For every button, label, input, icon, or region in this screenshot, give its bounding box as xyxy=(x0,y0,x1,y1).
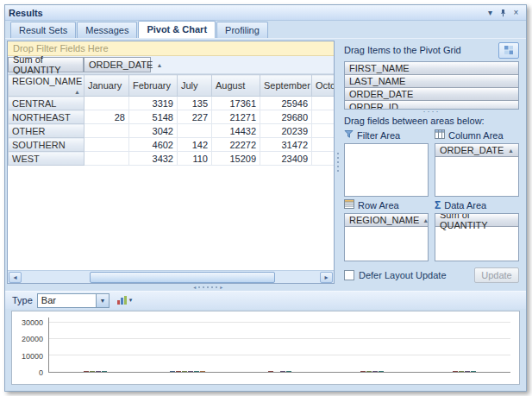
bar-february xyxy=(360,371,366,372)
filter-area-text: Filter Area xyxy=(357,130,400,141)
pivot-cell[interactable]: 135 xyxy=(178,97,212,110)
pivot-cell[interactable]: 31472 xyxy=(260,138,312,152)
scrollbar-thumb[interactable] xyxy=(90,272,275,283)
defer-checkbox[interactable] xyxy=(344,270,354,280)
pivot-cell[interactable]: 3432 xyxy=(129,152,178,166)
horizontal-scrollbar[interactable]: ◂ ▸ xyxy=(8,270,334,283)
pivot-cell[interactable] xyxy=(178,124,212,138)
combo-dropdown-icon[interactable]: ▼ xyxy=(96,294,109,307)
pivot-cell[interactable]: 29680 xyxy=(260,110,312,124)
update-button[interactable]: Update xyxy=(474,267,519,283)
pivot-cell[interactable] xyxy=(84,138,129,152)
pivot-field-panel: Drag Items to the Pivot Grid FIRST_NAMEL… xyxy=(341,41,524,284)
pivot-cell[interactable]: 110 xyxy=(178,152,212,166)
grid-icon xyxy=(504,45,514,57)
pivot-cell[interactable]: 20239 xyxy=(260,124,312,138)
data-field-button[interactable]: Sum of QUANTITY xyxy=(8,57,84,72)
field-list-item[interactable]: ORDER_DATE xyxy=(345,88,518,101)
row-area-field[interactable]: REGION_NAME ▲ xyxy=(345,214,428,227)
row-area-field-label: REGION_NAME xyxy=(349,215,419,225)
pivot-field-list[interactable]: FIRST_NAMELAST_NAMEORDER_DATEORDER_ID xyxy=(344,61,519,110)
pivot-cell[interactable] xyxy=(84,124,129,138)
pivot-cell[interactable]: 14432 xyxy=(212,124,260,138)
data-area-field[interactable]: Sum of QUANTITY xyxy=(435,214,518,227)
column-header[interactable]: September xyxy=(260,75,312,97)
row-area-box[interactable]: REGION_NAME ▲ xyxy=(344,213,429,261)
pivot-cell[interactable]: 28 xyxy=(84,110,129,124)
sigma-icon: Σ xyxy=(435,200,441,211)
sort-ascending-icon: ▲ xyxy=(74,89,80,95)
pivot-grid-button[interactable] xyxy=(498,42,519,59)
horizontal-splitter[interactable]: ◂▸ xyxy=(5,284,526,291)
pivot-cell[interactable] xyxy=(84,97,129,110)
row-header[interactable]: NORTHEAST xyxy=(9,110,84,124)
bar-group xyxy=(262,371,298,372)
splitter-grip-icon: ◂▸ xyxy=(172,285,244,290)
pivot-cell[interactable] xyxy=(84,152,129,166)
list-resize-grip[interactable]: ···· xyxy=(344,110,519,116)
row-field-header[interactable]: REGION_NAME▲ xyxy=(9,75,84,97)
pivot-cell[interactable] xyxy=(312,138,335,152)
chart-bars xyxy=(49,317,510,372)
column-header[interactable]: February xyxy=(129,75,178,97)
bar-group xyxy=(354,371,391,372)
chevron-down-icon[interactable]: ▾ xyxy=(484,7,497,19)
pivot-cell[interactable] xyxy=(312,110,335,124)
pivot-row: WEST34321101520923409 xyxy=(9,152,335,166)
pivot-cell[interactable]: 5148 xyxy=(129,110,178,124)
vertical-splitter[interactable] xyxy=(335,41,341,284)
row-header[interactable]: CENTRAL xyxy=(9,97,84,110)
pivot-cell[interactable]: 25946 xyxy=(260,97,312,110)
bar-group xyxy=(78,371,114,372)
column-area-box[interactable]: ORDER_DATE ▲ xyxy=(435,143,519,197)
tab-result-sets[interactable]: Result Sets xyxy=(10,22,76,38)
scroll-left-icon[interactable]: ◂ xyxy=(9,272,22,283)
column-header[interactable]: July xyxy=(178,75,212,97)
tab-profiling[interactable]: Profiling xyxy=(216,22,268,38)
pivot-cell[interactable]: 4602 xyxy=(129,138,178,152)
column-header[interactable]: October xyxy=(312,75,335,97)
pivot-cell[interactable] xyxy=(312,97,335,110)
row-header[interactable]: WEST xyxy=(9,152,84,166)
chart-options-button[interactable]: ▾ xyxy=(114,294,135,307)
column-area-field[interactable]: ORDER_DATE ▲ xyxy=(435,144,518,157)
column-field-button[interactable]: ORDER_DATE ▲ xyxy=(84,57,151,72)
row-header[interactable]: SOUTHERN xyxy=(9,138,84,152)
field-list-item[interactable]: LAST_NAME xyxy=(345,75,518,88)
row-header[interactable]: OTHER xyxy=(9,124,84,138)
pivot-cell[interactable]: 227 xyxy=(178,110,212,124)
pivot-cell[interactable]: 23409 xyxy=(260,152,312,166)
sort-ascending-icon: ▲ xyxy=(156,62,162,68)
bar-february xyxy=(453,371,458,372)
splitter-grip-icon xyxy=(337,153,339,172)
tab-pivot-chart[interactable]: Pivot & Chart xyxy=(138,21,216,38)
chart-plot-area xyxy=(48,317,510,373)
column-header[interactable]: January xyxy=(84,75,129,97)
pivot-cell[interactable]: 15209 xyxy=(212,152,260,166)
chevron-down-icon: ▾ xyxy=(129,297,133,304)
pivot-cell[interactable]: 3042 xyxy=(129,124,178,138)
chart-type-label: Type xyxy=(12,295,33,305)
chart-type-select[interactable]: Bar ▼ xyxy=(37,293,110,308)
bar-september xyxy=(471,371,476,372)
bar-september xyxy=(102,371,107,372)
pivot-cell[interactable] xyxy=(312,124,335,138)
tab-messages[interactable]: Messages xyxy=(77,22,137,38)
pivot-cell[interactable]: 22272 xyxy=(212,138,260,152)
tab-bar: Result Sets Messages Pivot & Chart Profi… xyxy=(5,21,526,39)
data-area-box[interactable]: Sum of QUANTITY xyxy=(435,213,519,261)
pivot-cell[interactable]: 142 xyxy=(178,138,212,152)
scroll-right-icon[interactable]: ▸ xyxy=(320,272,333,283)
titlebar[interactable]: Results ▾ × xyxy=(5,5,526,21)
pivot-cell[interactable]: 21271 xyxy=(212,110,260,124)
field-list-item[interactable]: FIRST_NAME xyxy=(345,62,518,75)
pivot-cell[interactable] xyxy=(312,152,335,166)
filter-area-box[interactable] xyxy=(344,143,429,197)
scrollbar-track[interactable] xyxy=(22,272,319,283)
close-icon[interactable]: × xyxy=(510,7,523,19)
column-header[interactable]: August xyxy=(212,75,260,97)
bar-september xyxy=(286,371,291,372)
pivot-cell[interactable]: 3319 xyxy=(129,97,178,110)
pivot-cell[interactable]: 17361 xyxy=(212,97,260,110)
pin-icon[interactable] xyxy=(497,7,510,19)
